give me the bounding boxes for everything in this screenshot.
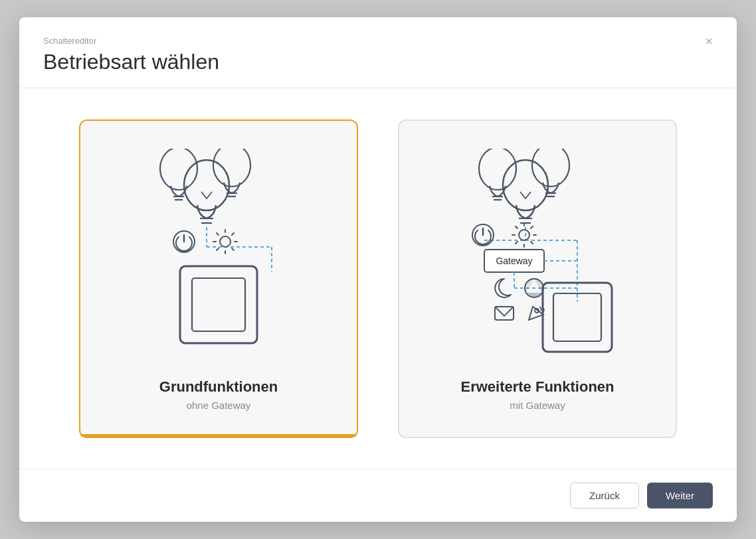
advanced-card-subtitle: mit Gateway [510,400,565,411]
svg-line-19 [232,233,234,235]
basic-illustration [96,142,341,368]
back-button[interactable]: Zurück [570,483,639,508]
basic-card-selected-bar [80,434,357,437]
svg-point-13 [220,236,231,247]
svg-point-3 [213,149,250,187]
svg-point-24 [479,149,516,190]
dialog: Schaltereditor Betriebsart wählen × [19,17,737,522]
advanced-functions-card[interactable]: Gateway [398,119,677,438]
dialog-header: Schaltereditor Betriebsart wählen × [19,17,737,88]
svg-line-21 [232,248,234,250]
svg-line-18 [217,233,219,235]
close-button[interactable]: × [700,32,718,50]
dialog-title: Betriebsart wählen [43,50,713,74]
basic-card-title: Grundfunktionen [159,378,278,396]
svg-line-20 [217,248,219,250]
basic-card-subtitle: ohne Gateway [187,400,251,411]
dialog-body: Grundfunktionen ohne Gateway [19,88,737,469]
svg-line-45 [531,242,533,244]
advanced-illustration: Gateway [415,142,660,368]
svg-line-42 [516,226,518,228]
advanced-card-title: Erweiterte Funktionen [460,378,614,396]
dialog-subtitle: Schaltereditor [43,36,713,46]
svg-point-37 [519,230,529,240]
svg-line-44 [516,242,518,244]
svg-text:Gateway: Gateway [496,256,532,266]
svg-line-43 [531,226,533,228]
svg-point-27 [532,149,569,187]
svg-rect-23 [192,278,245,331]
svg-point-0 [160,149,197,190]
basic-functions-card[interactable]: Grundfunktionen ohne Gateway [79,119,358,438]
dialog-footer: Zurück Weiter [19,469,737,522]
next-button[interactable]: Weiter [647,483,713,508]
